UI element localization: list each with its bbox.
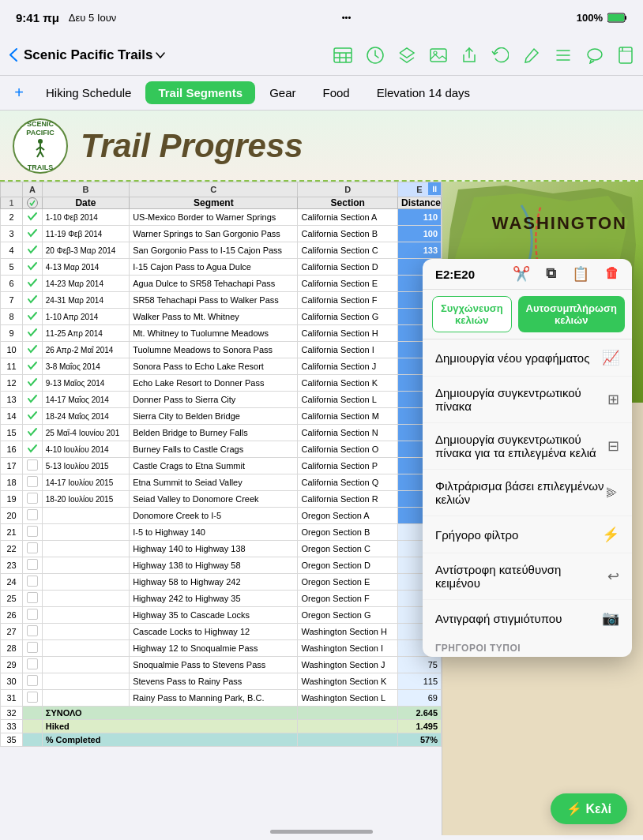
completed-cell[interactable]	[23, 657, 43, 673]
tab-elevation[interactable]: Elevation 14 days	[364, 81, 483, 104]
table-row[interactable]: 22Highway 140 to Highway 138Oregon Secti…	[1, 541, 442, 557]
context-item-copy-snapshot[interactable]: Αντιγραφή στιγμιότυπου📷	[423, 600, 632, 636]
completed-cell[interactable]	[23, 325, 43, 342]
table-row[interactable]: 27Cascade Locks to Highway 12Washington …	[1, 624, 442, 640]
table-row[interactable]: 21-10 Φεβ 2014US-Mexico Border to Warner…	[1, 209, 442, 226]
table-row[interactable]: 420 Φεβ-3 Μαρ 2014San Gorgonio Pass to I…	[1, 242, 442, 259]
completed-cell[interactable]	[23, 508, 43, 524]
table-row[interactable]: 81-10 Απρ 2014Walker Pass to Mt. Whitney…	[1, 309, 442, 325]
list-icon[interactable]	[555, 48, 572, 62]
completed-cell[interactable]	[23, 591, 43, 607]
completed-cell[interactable]	[23, 574, 43, 591]
completed-cell[interactable]	[23, 524, 43, 541]
segment-cell: Sierra City to Belden Bridge	[130, 408, 298, 425]
context-item-filter[interactable]: Φιλτράρισμα βάσει επιλεγμένων κελιών⫸	[423, 470, 632, 516]
pen-icon[interactable]	[523, 47, 540, 64]
table-row[interactable]: 1314-17 Μαΐος 2014Donner Pass to Sierra …	[1, 392, 442, 408]
clock-icon[interactable]	[367, 47, 384, 64]
completed-cell[interactable]	[23, 441, 43, 458]
completed-cell[interactable]	[23, 408, 43, 425]
undo-icon[interactable]	[491, 47, 509, 63]
table-row[interactable]: 1525 Μαΐ-4 Ιουνίου 201Belden Bridge to B…	[1, 425, 442, 441]
table-row[interactable]: 21I-5 to Highway 140Oregon Section B55	[1, 524, 442, 541]
table-row[interactable]: 23Highway 138 to Highway 58Oregon Sectio…	[1, 557, 442, 574]
add-tab-button[interactable]: +	[6, 81, 32, 106]
paste-icon[interactable]: 📋	[572, 265, 589, 283]
table-row[interactable]: 1814-17 Ιουλίου 2015Etna Summit to Seiad…	[1, 474, 442, 491]
completed-cell[interactable]	[23, 342, 43, 358]
table-row[interactable]: 1418-24 Μαΐος 2014Sierra City to Belden …	[1, 408, 442, 425]
completed-cell[interactable]	[23, 491, 43, 508]
completed-cell[interactable]	[23, 673, 43, 690]
table-row[interactable]: 26Highway 35 to Cascade LocksOregon Sect…	[1, 607, 442, 624]
context-item-new-chart[interactable]: Δημιουργία νέου γραφήματος📈	[423, 339, 632, 377]
table-row[interactable]: 1026 Απρ-2 Μαΐ 2014Tuolumne Meadows to S…	[1, 342, 442, 358]
svg-rect-1	[608, 14, 624, 21]
table-row[interactable]: 31Rainy Pass to Manning Park, B.C.Washin…	[1, 690, 442, 707]
table-row[interactable]: 54-13 Μαρ 2014I-15 Cajon Pass to Agua Du…	[1, 259, 442, 276]
tab-trail-segments[interactable]: Trail Segments	[145, 81, 255, 104]
copy-icon[interactable]: ⧉	[546, 265, 556, 283]
section-cell: Oregon Section C	[298, 541, 398, 557]
completed-cell[interactable]	[23, 375, 43, 392]
context-item-pivot-selected[interactable]: Δημιουργία συγκεντρωτικού πίνακα για τα …	[423, 423, 632, 470]
completed-cell[interactable]	[23, 358, 43, 375]
delete-icon[interactable]: 🗑	[605, 265, 619, 283]
completed-cell[interactable]	[23, 309, 43, 325]
table-row[interactable]: 311-19 Φεβ 2014Warner Springs to San Gor…	[1, 226, 442, 242]
table-row[interactable]: 911-25 Απρ 2014Mt. Whitney to Tuolumne M…	[1, 325, 442, 342]
status-date: Δευ 5 Ιουν	[69, 12, 117, 24]
table-row[interactable]: 29Snoqualmie Pass to Stevens PassWashing…	[1, 657, 442, 673]
table-row[interactable]: 724-31 Μαρ 2014SR58 Tehachapi Pass to Wa…	[1, 292, 442, 309]
context-item-pivot-table[interactable]: Δημιουργία συγκεντρωτικού πίνακα⊞	[423, 377, 632, 423]
completed-cell[interactable]	[23, 690, 43, 707]
cut-icon[interactable]: ✂️	[513, 265, 530, 283]
book-icon[interactable]	[618, 47, 634, 64]
table-row[interactable]: 24Highway 58 to Highway 242Oregon Sectio…	[1, 574, 442, 591]
completed-cell[interactable]	[23, 226, 43, 242]
table-row[interactable]: 20Donomore Creek to I-5Oregon Section A2…	[1, 508, 442, 524]
dropdown-chevron-icon[interactable]	[156, 52, 165, 58]
table-row[interactable]: 1918-20 Ιουλίου 2015Seiad Valley to Dono…	[1, 491, 442, 508]
segment-cell: Seiad Valley to Donomore Creek	[130, 491, 298, 508]
completed-cell[interactable]	[23, 541, 43, 557]
context-item-quick-filter[interactable]: Γρήγορο φίλτρο⚡	[423, 516, 632, 553]
completed-cell[interactable]	[23, 425, 43, 441]
completed-cell[interactable]	[23, 640, 43, 657]
table-row[interactable]: 164-10 Ιουλίου 2014Burney Falls to Castl…	[1, 441, 442, 458]
completed-cell[interactable]	[23, 624, 43, 640]
tab-gear[interactable]: Gear	[257, 81, 308, 104]
tab-hiking-schedule[interactable]: Hiking Schedule	[33, 81, 144, 104]
completed-cell[interactable]	[23, 209, 43, 226]
merge-cells-button[interactable]: Συγχώνευση κελιών	[432, 296, 512, 332]
row-number-cell: 12	[1, 375, 23, 392]
table-row[interactable]: 129-13 Μαΐος 2014Echo Lake Resort to Don…	[1, 375, 442, 392]
table-row[interactable]: 175-13 Ιουλίου 2015Castle Crags to Etna …	[1, 458, 442, 474]
completed-cell[interactable]	[23, 242, 43, 259]
completed-cell[interactable]	[23, 474, 43, 491]
tab-food[interactable]: Food	[310, 81, 362, 104]
photo-icon[interactable]	[430, 47, 447, 64]
table-row[interactable]: 28Highway 12 to Snoqualmie PassWashingto…	[1, 640, 442, 657]
chat-icon[interactable]	[586, 47, 604, 64]
autofill-cells-button[interactable]: Αυτοσυμπλήρωση κελιών	[518, 296, 625, 332]
share-icon[interactable]	[461, 47, 477, 64]
quick-cell-button[interactable]: ⚡ Κελί	[551, 793, 627, 824]
table-row[interactable]: 614-23 Μαρ 2014Agua Dulce to SR58 Tehach…	[1, 276, 442, 292]
layers-icon[interactable]	[398, 47, 416, 64]
completed-cell[interactable]	[23, 292, 43, 309]
table-row[interactable]: 25Highway 242 to Highway 35Oregon Sectio…	[1, 591, 442, 607]
completed-cell[interactable]	[23, 607, 43, 624]
context-item-label-reverse-direction: Αντίστροφη κατεύθυνση κειμένου	[435, 563, 607, 590]
completed-cell[interactable]	[23, 458, 43, 474]
completed-cell[interactable]	[23, 259, 43, 276]
completed-cell[interactable]	[23, 392, 43, 408]
completed-cell[interactable]	[23, 557, 43, 574]
table-icon[interactable]	[333, 47, 352, 63]
nav-back-button[interactable]	[9, 48, 17, 62]
completed-cell[interactable]	[23, 276, 43, 292]
context-item-reverse-direction[interactable]: Αντίστροφη κατεύθυνση κειμένου↩	[423, 553, 632, 600]
table-row[interactable]: 113-8 Μαΐος 2014Sonora Pass to Echo Lake…	[1, 358, 442, 375]
battery-icon	[607, 13, 627, 23]
table-row[interactable]: 30Stevens Pass to Rainy PassWashington S…	[1, 673, 442, 690]
